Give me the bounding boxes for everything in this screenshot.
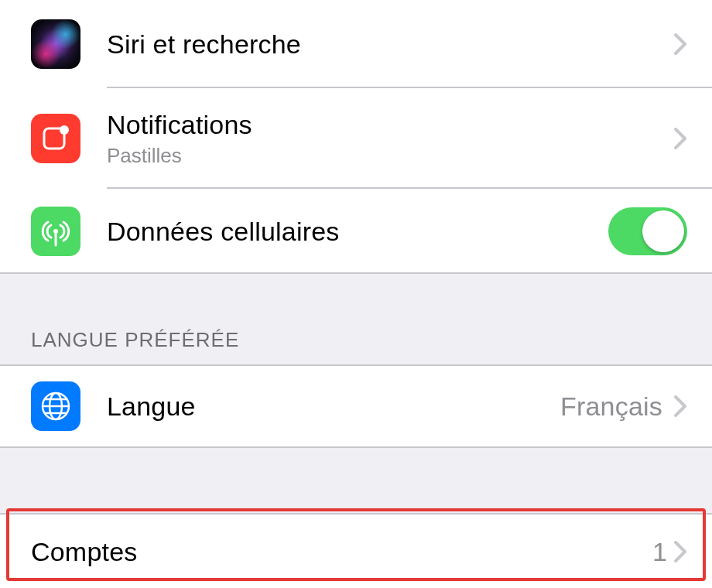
- divider: [0, 272, 712, 274]
- accounts-label: Comptes: [31, 536, 652, 568]
- section-header-language: Langue préférée: [0, 274, 712, 364]
- cellular-label: Données cellulaires: [107, 216, 608, 248]
- row-labels: Comptes: [31, 536, 652, 568]
- row-cellular-data: Données cellulaires: [0, 189, 712, 274]
- chevron-right-icon: [673, 540, 687, 563]
- row-notifications[interactable]: Notifications Pastilles: [0, 88, 712, 189]
- row-accounts[interactable]: Comptes 1: [0, 513, 712, 588]
- row-labels: Siri et recherche: [107, 29, 673, 60]
- chevron-right-icon: [673, 395, 687, 418]
- notifications-sublabel: Pastilles: [107, 144, 673, 168]
- accounts-value: 1: [652, 537, 667, 567]
- row-labels: Langue: [107, 391, 560, 422]
- row-siri[interactable]: Siri et recherche: [0, 0, 712, 88]
- chevron-right-icon: [673, 127, 687, 150]
- row-language[interactable]: Langue Français: [0, 364, 712, 448]
- svg-point-1: [60, 125, 69, 135]
- settings-group-3: Comptes 1: [0, 513, 712, 588]
- settings-group-2: Langue Français: [0, 364, 712, 448]
- language-label: Langue: [107, 391, 560, 422]
- divider: [0, 364, 712, 366]
- toggle-knob: [642, 210, 684, 252]
- row-labels: Notifications Pastilles: [107, 109, 673, 168]
- siri-icon: [31, 19, 80, 69]
- globe-icon: [31, 381, 80, 431]
- settings-group-1: Siri et recherche Notifications Pastille…: [0, 0, 712, 274]
- notifications-icon: [31, 114, 80, 163]
- cellular-toggle[interactable]: [608, 207, 687, 255]
- divider: [0, 513, 712, 514]
- notifications-label: Notifications: [107, 109, 673, 141]
- section-spacer: [0, 448, 712, 513]
- siri-label: Siri et recherche: [107, 29, 673, 60]
- chevron-right-icon: [673, 32, 687, 56]
- antenna-icon: [31, 207, 80, 256]
- language-value: Français: [560, 391, 662, 422]
- row-labels: Données cellulaires: [107, 216, 608, 248]
